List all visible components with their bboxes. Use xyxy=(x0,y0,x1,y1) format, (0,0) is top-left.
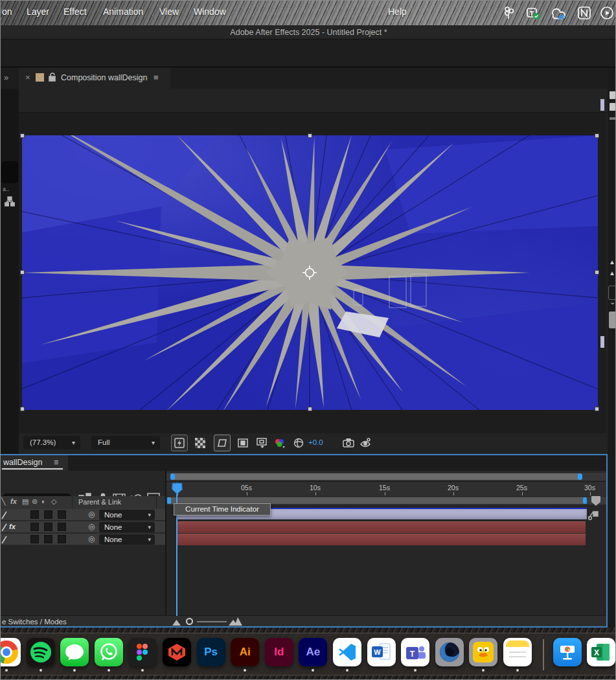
guides-icon[interactable] xyxy=(236,436,250,450)
comp-marker-bin-icon[interactable] xyxy=(591,495,601,506)
selection-handle[interactable] xyxy=(595,133,599,138)
layer-switch[interactable] xyxy=(44,510,52,519)
dock-indesign[interactable]: Id xyxy=(265,638,293,672)
selection-handle[interactable] xyxy=(308,133,312,138)
timeline-scrollbar[interactable] xyxy=(170,473,582,480)
transparency-grid-icon[interactable] xyxy=(193,436,207,450)
channel-rgb-icon[interactable] xyxy=(273,436,287,449)
menu-item-view[interactable]: View xyxy=(159,6,179,17)
layer-switch[interactable] xyxy=(30,510,39,519)
collapsed-panel-glyph[interactable]: ▲ xyxy=(609,269,615,277)
collapsed-panel-chip[interactable] xyxy=(610,91,615,99)
dock-illustrator[interactable]: Ai xyxy=(231,638,259,672)
dock-spotify[interactable] xyxy=(27,638,55,672)
chevron-down-icon[interactable]: ⌄ xyxy=(610,298,615,306)
work-area-end-handle[interactable] xyxy=(583,497,587,504)
collapsed-panel-glyph[interactable]: ▲ xyxy=(609,258,615,266)
collapsed-panel-slot[interactable] xyxy=(1,161,18,183)
parent-dropdown-1[interactable]: None▾ xyxy=(99,510,155,520)
selection-handle[interactable] xyxy=(595,407,599,411)
selection-handle[interactable] xyxy=(595,270,599,275)
menu-item-partial[interactable]: on xyxy=(2,6,12,17)
dock-keynote[interactable] xyxy=(553,638,582,672)
comp-panel-tab[interactable]: × Composition wallDesign ≡ xyxy=(19,67,170,89)
fast-previews-icon[interactable] xyxy=(171,435,188,451)
current-time-indicator-line[interactable] xyxy=(176,482,177,616)
pickwhip-icon[interactable]: ◎ xyxy=(88,510,95,519)
close-tab-icon[interactable]: × xyxy=(25,73,30,82)
play-circle-icon[interactable] xyxy=(600,6,614,20)
comp-canvas[interactable] xyxy=(22,135,598,410)
right-scrollbar[interactable] xyxy=(609,312,616,328)
scrollbar-left-cap[interactable] xyxy=(170,473,175,480)
region-of-interest-icon[interactable] xyxy=(214,435,231,451)
selection-handle[interactable] xyxy=(20,270,25,275)
timeline-ruler[interactable]: 00s05s10s15s20s25s30s xyxy=(166,481,607,496)
parent-link-header[interactable]: Parent & Link xyxy=(78,498,121,506)
snapshot-camera-icon[interactable] xyxy=(341,436,356,449)
creative-cloud-sync-icon[interactable] xyxy=(549,6,568,21)
layer-switch[interactable] xyxy=(58,535,66,543)
layer-row-3[interactable]: ◎ None▾ xyxy=(1,534,166,545)
dock-figma[interactable] xyxy=(128,638,157,672)
figma-menubar-icon[interactable] xyxy=(503,6,516,20)
work-area-start-handle[interactable] xyxy=(167,497,171,504)
menu-item-layer[interactable]: Layer xyxy=(27,6,49,17)
layer-row-1[interactable]: ◎ None▾ xyxy=(1,509,166,521)
exposure-icon[interactable] xyxy=(292,436,305,449)
layer-switch[interactable] xyxy=(30,535,39,543)
dock-messages[interactable] xyxy=(60,638,89,672)
teams-status-icon[interactable] xyxy=(525,6,541,21)
dock-c4d[interactable] xyxy=(435,638,464,672)
resolution-dropdown[interactable]: Full▾ xyxy=(91,436,160,449)
dock-word[interactable]: W xyxy=(367,638,396,672)
layer-switch[interactable] xyxy=(58,510,66,519)
timeline-tab-walldesign[interactable]: wallDesign ≡ xyxy=(1,455,68,471)
show-snapshot-icon[interactable] xyxy=(358,436,372,449)
dock-vscode[interactable] xyxy=(333,638,361,672)
crop-comp-icon[interactable] xyxy=(255,436,270,450)
zoom-out-mountain-icon[interactable] xyxy=(172,620,181,626)
magnification-dropdown[interactable]: (77.3%)▾ xyxy=(23,436,80,449)
dock-whatsapp[interactable] xyxy=(95,638,123,672)
panel-splitter[interactable] xyxy=(165,471,166,615)
current-time-indicator-handle[interactable] xyxy=(172,482,183,495)
dock-photoshop[interactable]: Ps xyxy=(197,638,225,672)
pickwhip-flag-icon[interactable] xyxy=(587,510,599,521)
layer-switch[interactable] xyxy=(58,523,66,531)
parent-dropdown-3[interactable]: None▾ xyxy=(99,534,155,545)
menu-item-animation[interactable]: Animation xyxy=(103,6,143,17)
layer-row-2[interactable]: fx ◎ None▾ xyxy=(1,521,166,533)
panel-expander-icon[interactable]: » xyxy=(4,73,8,82)
pickwhip-icon[interactable]: ◎ xyxy=(88,534,95,543)
flowchart-icon[interactable] xyxy=(5,196,15,207)
panel-menu-icon[interactable]: ≡ xyxy=(154,73,159,82)
exposure-value[interactable]: +0.0 xyxy=(308,438,323,446)
selection-handle[interactable] xyxy=(308,407,312,411)
layer-bar-3[interactable] xyxy=(177,534,586,545)
parent-dropdown-2[interactable]: None▾ xyxy=(99,522,155,532)
timeline-zoom-slider-track[interactable] xyxy=(197,621,227,622)
layer-bar-2[interactable] xyxy=(177,521,586,533)
dock-excel[interactable]: X xyxy=(587,638,615,672)
dock-cyberduck[interactable] xyxy=(469,638,497,672)
zoom-in-mountain-icon[interactable] xyxy=(229,617,242,626)
layer-switch[interactable] xyxy=(44,523,52,531)
layer-switch[interactable] xyxy=(30,523,39,531)
selection-handle[interactable] xyxy=(20,133,25,138)
dock-aftereffects[interactable]: Ae xyxy=(299,638,327,672)
pickwhip-icon[interactable]: ◎ xyxy=(88,522,95,531)
notion-icon[interactable] xyxy=(577,6,591,20)
scrollbar-right-cap[interactable] xyxy=(578,473,582,480)
dock-mcube[interactable] xyxy=(163,638,191,672)
menu-item-help[interactable]: Help xyxy=(388,6,407,17)
menu-item-effect[interactable]: Effect xyxy=(63,6,87,17)
dock-notes[interactable] xyxy=(503,638,532,672)
timeline-zoom-slider-knob[interactable] xyxy=(186,618,193,625)
menu-item-window[interactable]: Window xyxy=(194,6,226,17)
dock-chrome[interactable] xyxy=(0,638,21,672)
switches-modes-toggle[interactable]: e Switches / Modes xyxy=(2,618,67,626)
layer-switch[interactable] xyxy=(44,535,52,543)
selection-handle[interactable] xyxy=(20,407,25,411)
dock-teams[interactable]: T xyxy=(401,638,429,672)
